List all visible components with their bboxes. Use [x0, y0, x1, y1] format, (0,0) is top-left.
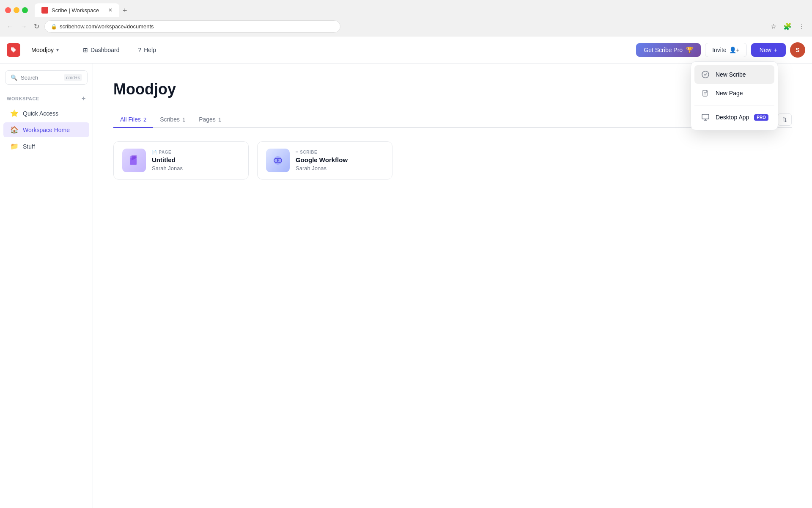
nav-divider: [70, 46, 70, 54]
lock-icon: 🔒: [51, 24, 57, 30]
new-page-label: New Page: [716, 90, 743, 97]
tab-favicon: [41, 7, 48, 14]
browser-toolbar: ← → ↻ 🔒 scribehow.com/workspace#document…: [0, 17, 812, 36]
new-scribe-item[interactable]: New Scribe: [694, 65, 774, 84]
browser-tab[interactable]: Scribe | Workspace ✕: [35, 3, 119, 17]
dashboard-icon: ⊞: [83, 47, 88, 53]
address-text: scribehow.com/workspace#documents: [60, 23, 154, 30]
minimize-button[interactable]: [14, 7, 19, 13]
tab-close-button[interactable]: ✕: [108, 7, 112, 13]
toolbar-actions: ☆ 🧩 ⋮: [769, 21, 807, 32]
sort-icon: ⇅: [782, 116, 787, 123]
invite-button[interactable]: Invite 👤+: [705, 43, 747, 57]
trophy-icon: 🏆: [686, 47, 693, 53]
file-info-scribe: ≡ SCRIBE Google Workflow Sarah Jonas: [296, 150, 348, 171]
workspace-section-label: WORKSPACE +: [0, 91, 93, 104]
tab-scribes-count: 1: [182, 116, 185, 123]
search-icon: 🔍: [11, 75, 17, 81]
sidebar-item-label: Quick Access: [23, 110, 58, 117]
forward-button[interactable]: →: [19, 21, 29, 32]
plus-icon: +: [774, 47, 777, 53]
tab-all-files[interactable]: All Files 2: [113, 112, 153, 128]
sidebar-item-label: Workspace Home: [23, 127, 70, 133]
page-title: Moodjoy: [113, 80, 792, 98]
new-page-item[interactable]: New Page: [694, 84, 774, 102]
add-workspace-icon[interactable]: +: [82, 95, 86, 102]
new-scribe-icon: [700, 69, 710, 80]
file-card-google-workflow[interactable]: ≡ SCRIBE Google Workflow Sarah Jonas: [257, 141, 392, 179]
file-info: 📄 PAGE Untitled Sarah Jonas: [152, 150, 183, 171]
tab-pages-label: Pages: [199, 116, 216, 123]
tab-bar: Scribe | Workspace ✕ +: [35, 3, 131, 17]
file-name-google-workflow: Google Workflow: [296, 156, 348, 163]
search-shortcut: cmd+k: [64, 74, 82, 81]
desktop-app-item[interactable]: Desktop App PRO: [694, 108, 774, 127]
new-dropdown-menu: New Scribe New Page Desktop App PRO: [691, 61, 778, 130]
dashboard-nav-item[interactable]: ⊞ Dashboard: [77, 43, 126, 57]
address-bar[interactable]: 🔒 scribehow.com/workspace#documents: [44, 20, 340, 33]
workspace-name: Moodjoy: [31, 47, 54, 53]
file-type-scribe: ≡ SCRIBE: [296, 150, 348, 155]
close-button[interactable]: [5, 7, 11, 13]
browser-chrome: Scribe | Workspace ✕ + ← → ↻ 🔒 scribehow…: [0, 0, 812, 36]
file-author-google-workflow: Sarah Jonas: [296, 165, 348, 171]
get-pro-button[interactable]: Get Scribe Pro 🏆: [636, 43, 701, 57]
refresh-button[interactable]: ↻: [32, 21, 41, 32]
workspace-selector[interactable]: Moodjoy ▾: [27, 44, 63, 56]
bookmark-button[interactable]: ☆: [769, 21, 778, 32]
help-nav-item[interactable]: ? Help: [132, 43, 162, 57]
new-tab-button[interactable]: +: [119, 5, 131, 17]
search-label: Search: [21, 75, 38, 81]
tab-all-files-count: 2: [143, 116, 146, 123]
desktop-app-label: Desktop App: [716, 114, 749, 121]
svg-rect-10: [702, 114, 709, 119]
tab-title: Scribe | Workspace: [52, 7, 99, 14]
new-scribe-label: New Scribe: [716, 71, 746, 78]
tab-pages-count: 1: [218, 116, 221, 123]
desktop-app-icon: [700, 112, 710, 122]
chevron-down-icon: ▾: [56, 47, 59, 53]
page-icon-small: 📄: [152, 150, 157, 155]
star-icon: ⭐: [10, 109, 19, 117]
pro-badge: PRO: [754, 114, 768, 121]
scribe-icon-small: ≡: [296, 150, 298, 155]
user-avatar[interactable]: S: [790, 42, 805, 58]
invite-label: Invite: [712, 47, 726, 53]
folder-icon: 📁: [10, 142, 19, 150]
file-thumbnail-scribe: [266, 149, 290, 172]
tab-pages[interactable]: Pages 1: [192, 112, 228, 128]
extensions-button[interactable]: 🧩: [782, 21, 793, 32]
file-card-untitled[interactable]: 📄 PAGE Untitled Sarah Jonas: [113, 141, 249, 179]
more-button[interactable]: ⋮: [797, 21, 807, 32]
new-page-icon: [700, 88, 710, 98]
file-thumbnail-page: [122, 149, 146, 172]
nav-right: Get Scribe Pro 🏆 Invite 👤+ New + S: [636, 42, 805, 58]
tab-scribes-label: Scribes: [160, 116, 180, 123]
user-initials: S: [796, 47, 799, 53]
sort-button[interactable]: ⇅: [778, 113, 792, 126]
sidebar-item-stuff[interactable]: 📁 Stuff: [3, 139, 89, 154]
help-label: Help: [144, 47, 156, 53]
file-type-page: 📄 PAGE: [152, 150, 183, 155]
sidebar-item-quick-access[interactable]: ⭐ Quick Access: [3, 106, 89, 121]
sidebar-item-workspace-home[interactable]: 🏠 Workspace Home: [3, 122, 89, 137]
new-button[interactable]: New +: [751, 43, 786, 57]
maximize-button[interactable]: [22, 7, 28, 13]
search-button[interactable]: 🔍 Search cmd+k: [5, 70, 88, 85]
tabs-bar: All Files 2 Scribes 1 Pages 1 ⇅: [113, 112, 792, 128]
sidebar: 🔍 Search cmd+k WORKSPACE + ⭐ Quick Acces…: [0, 64, 93, 508]
file-author-untitled: Sarah Jonas: [152, 165, 183, 171]
tab-scribes[interactable]: Scribes 1: [153, 112, 192, 128]
back-button[interactable]: ←: [5, 21, 15, 32]
dashboard-label: Dashboard: [91, 47, 120, 53]
traffic-lights: [5, 7, 28, 13]
browser-titlebar: Scribe | Workspace ✕ +: [0, 0, 812, 17]
file-name-untitled: Untitled: [152, 156, 183, 163]
new-label: New: [760, 47, 771, 53]
sidebar-item-label: Stuff: [23, 143, 35, 150]
home-icon: 🏠: [10, 126, 19, 134]
tab-all-files-label: All Files: [120, 116, 141, 123]
app-logo: [7, 43, 20, 57]
dropdown-divider: [694, 105, 774, 105]
files-grid: 📄 PAGE Untitled Sarah Jonas: [113, 141, 792, 179]
